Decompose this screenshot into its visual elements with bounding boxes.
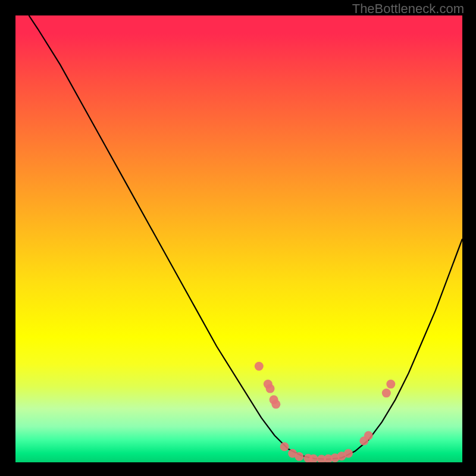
markers-group — [255, 362, 396, 462]
chart-svg — [15, 15, 462, 462]
data-marker — [271, 400, 280, 409]
data-marker — [386, 380, 395, 389]
watermark-text: TheBottleneck.com — [352, 1, 464, 17]
data-marker — [382, 389, 391, 397]
data-marker — [280, 442, 289, 451]
data-marker — [295, 452, 303, 461]
data-marker — [364, 431, 373, 440]
data-marker — [266, 384, 275, 393]
data-marker — [344, 449, 353, 458]
data-marker — [255, 362, 264, 371]
chart-plot-area — [15, 15, 462, 462]
curve-line — [29, 15, 462, 459]
